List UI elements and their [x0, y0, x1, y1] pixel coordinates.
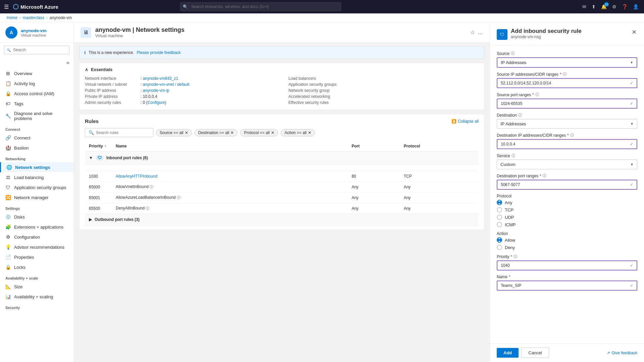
sidebar-item-network-settings[interactable]: 🌐 Network settings — [0, 162, 73, 172]
protocol-any-option[interactable]: Any — [497, 200, 637, 205]
source-ip-info-icon[interactable]: ⓘ — [563, 72, 567, 77]
sidebar-item-diagnose[interactable]: 🔧 Diagnose and solve problems — [0, 109, 73, 123]
network-interface-link[interactable]: anynode-vm843_z1 — [143, 76, 178, 81]
col-port[interactable]: Port — [347, 141, 399, 152]
cancel-button[interactable]: Cancel — [521, 348, 549, 358]
collapse-sidebar-button[interactable]: « — [66, 60, 69, 66]
dest-port-info-icon[interactable]: ⓘ — [543, 173, 546, 178]
sidebar-item-overview[interactable]: ⊞ Overview — [0, 68, 73, 78]
search-rules-input[interactable] — [96, 130, 150, 135]
right-panel-subtitle: anynode-vm-nsg — [511, 35, 628, 39]
feedback-link[interactable]: Please provide feedback — [137, 50, 180, 55]
action-allow-option[interactable]: Allow — [497, 237, 637, 243]
close-icon: ✕ — [185, 130, 188, 135]
configure-link[interactable]: Configure — [148, 100, 165, 105]
outbound-group-row[interactable]: ▶ Outbound port rules (3) — [85, 214, 479, 226]
sidebar-item-locks[interactable]: 🔒 Locks — [0, 262, 73, 272]
dest-ip-field-group: Destination IP addresses/CIDR ranges * ⓘ… — [497, 133, 637, 149]
sidebar-search-input[interactable] — [4, 46, 69, 54]
sidebar-item-load-balancing[interactable]: ⚖ Load balancing — [0, 172, 73, 182]
table-row[interactable]: 65000 AllowVnetInBound ⓘ Any Any — [85, 182, 479, 192]
dest-ip-info-icon[interactable]: ⓘ — [570, 133, 574, 138]
section-label-security: Security — [0, 302, 73, 311]
col-name[interactable]: Name — [112, 141, 347, 152]
service-info-icon[interactable]: ⓘ — [512, 153, 515, 158]
right-panel-footer: Add Cancel ↗ Give feedback — [490, 343, 644, 362]
essentials-header[interactable]: ∧ Essentials — [85, 67, 479, 72]
protocol-icmp-option[interactable]: ICMP — [497, 222, 637, 227]
rule-link[interactable]: AllowAnyHTTPInbound — [116, 174, 157, 179]
filter-destination[interactable]: Destination == all ✕ — [195, 129, 238, 136]
filter-source[interactable]: Source == all ✕ — [156, 129, 192, 136]
service-dropdown[interactable]: Custom ▼ — [497, 160, 637, 169]
col-protocol[interactable]: Protocol — [400, 141, 479, 152]
radio-circle — [497, 245, 502, 250]
public-ip-link[interactable]: anynode-vm-ip — [143, 88, 169, 93]
inbound-group-row[interactable]: ▼ 🛡 Inbound port rules (6) — [85, 152, 479, 165]
sidebar-item-network-manager[interactable]: 🔀 Network manager — [0, 192, 73, 202]
filter-action[interactable]: Action == all ✕ — [281, 129, 315, 136]
sidebar-item-availability-scaling[interactable]: 📊 Availability + scaling — [0, 292, 73, 302]
sidebar-item-size[interactable]: 📐 Size — [0, 282, 73, 292]
vnet-link[interactable]: anynode-vm-vnet / default — [143, 82, 190, 87]
sidebar-item-label: Availability + scaling — [14, 294, 53, 299]
sidebar-item-advisor-recommendations[interactable]: 💡 Advisor recommendations — [0, 242, 73, 252]
global-search-input[interactable] — [180, 2, 341, 11]
user-icon[interactable]: 👤 — [632, 3, 640, 11]
priority-info-icon[interactable]: ⓘ — [514, 254, 517, 259]
sidebar-item-access-control[interactable]: 🔒 Access control (IAM) — [0, 88, 73, 99]
radio-circle — [497, 222, 502, 227]
collapse-all-button[interactable]: ⏫ Collapse all — [451, 119, 479, 124]
source-info-icon[interactable]: ⓘ — [511, 51, 515, 56]
info-icon: ⓘ — [146, 206, 149, 210]
upload-icon[interactable]: ⬆ — [590, 3, 597, 11]
chevron-right-icon: ▶ — [89, 217, 92, 222]
more-options-button[interactable]: … — [478, 29, 483, 36]
col-priority[interactable]: Priority ↑ — [85, 141, 112, 152]
sidebar-item-tags[interactable]: 🏷 Tags — [0, 99, 73, 109]
dest-port-field-group: Destination port ranges * ⓘ 5067-5077 ✓ — [497, 173, 637, 190]
source-ip-input[interactable]: 52.112.0.0/14,52.120.0.0/14 ✓ — [497, 78, 637, 88]
help-icon[interactable]: ❓ — [621, 3, 629, 11]
email-icon[interactable]: ✉ — [581, 3, 588, 11]
sidebar-item-connect[interactable]: 🔗 Connect — [0, 133, 73, 143]
action-deny-option[interactable]: Deny — [497, 245, 637, 250]
settings-icon[interactable]: ⚙ — [611, 3, 618, 11]
table-row[interactable]: 65001 AllowAzureLoadBalancerInBound ⓘ An… — [85, 192, 479, 203]
source-port-info-icon[interactable]: ⓘ — [535, 92, 539, 97]
source-dropdown[interactable]: IP Addresses ▼ — [497, 57, 637, 68]
add-button[interactable]: Add — [497, 348, 519, 358]
sidebar-item-properties[interactable]: 📄 Properties — [0, 252, 73, 262]
notification-icon[interactable]: 🔔 10 — [600, 3, 608, 11]
table-row[interactable]: 1030 AllowAnyHTTPInbound 80 TCP — [85, 171, 479, 182]
essentials-section: ∧ Essentials Network interface : anynode… — [79, 63, 484, 110]
destination-dropdown[interactable]: IP Addresses ▼ — [497, 119, 637, 129]
sidebar-item-configuration[interactable]: ⚙ Configuration — [0, 232, 73, 242]
sidebar-item-activity-log[interactable]: 📋 Activity log — [0, 78, 73, 88]
hamburger-icon[interactable]: ☰ — [4, 4, 9, 10]
protocol-tcp-option[interactable]: TCP — [497, 207, 637, 213]
close-panel-button[interactable]: ✕ — [631, 28, 637, 37]
name-input[interactable]: Teams_SIP ✓ — [497, 281, 637, 291]
source-port-input[interactable]: 1024-65535 ✓ — [497, 99, 637, 109]
table-row[interactable]: 65500 DenyAllInBound ⓘ Any Any — [85, 203, 479, 214]
filter-protocol[interactable]: Protocol == all ✕ — [240, 129, 278, 136]
check-icon: ✓ — [630, 182, 633, 187]
breadcrumb-masterclass[interactable]: masterclass — [23, 15, 44, 20]
protocol-udp-option[interactable]: UDP — [497, 215, 637, 220]
essentials-row: Admin security rules : 0 (Configure) — [85, 100, 275, 106]
give-feedback-link[interactable]: ↗ Give feedback — [607, 351, 637, 355]
radio-circle — [497, 207, 502, 213]
sidebar-item-disks[interactable]: 💿 Disks — [0, 212, 73, 222]
check-icon: ✓ — [630, 142, 633, 146]
favorite-button[interactable]: ☆ — [470, 29, 475, 36]
priority-input[interactable]: 1040 ✓ — [497, 260, 637, 270]
sidebar-item-extensions[interactable]: 🧩 Extensions + applications — [0, 222, 73, 232]
rules-table: Priority ↑ Name Port Protocol ▼ — [85, 141, 479, 226]
dest-ip-input[interactable]: 10.0.0.4 ✓ — [497, 139, 637, 149]
sidebar-item-bastion[interactable]: 🏰 Bastion — [0, 143, 73, 153]
dest-port-input[interactable]: 5067-5077 ✓ — [497, 180, 637, 190]
destination-info-icon[interactable]: ⓘ — [518, 113, 522, 118]
sidebar-item-app-security-groups[interactable]: 🛡 Application security groups — [0, 182, 73, 192]
breadcrumb-home[interactable]: Home — [7, 15, 17, 20]
